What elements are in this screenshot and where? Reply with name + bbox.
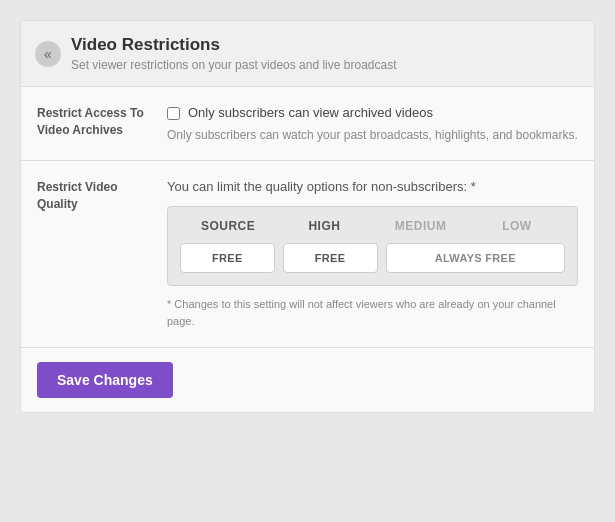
restrict-access-content: Only subscribers can view archived video… [167,105,578,142]
back-icon: « [44,46,52,62]
quality-header-high: HIGH [276,219,372,233]
restrict-quality-section: Restrict Video Quality You can limit the… [21,161,594,348]
restrict-quality-label: Restrict Video Quality [37,179,167,329]
high-free-button[interactable]: FREE [283,243,378,273]
quality-note: * Changes to this setting will not affec… [167,296,578,329]
panel-title: Video Restrictions [71,35,578,55]
restrict-access-section: Restrict Access To Video Archives Only s… [21,87,594,161]
restrict-access-label: Restrict Access To Video Archives [37,105,167,142]
checkbox-row: Only subscribers can view archived video… [167,105,578,120]
restrict-quality-content: You can limit the quality options for no… [167,179,578,329]
subscribers-only-checkbox[interactable] [167,107,180,120]
access-description: Only subscribers can watch your past bro… [167,128,578,142]
quality-buttons-row: FREE FREE ALWAYS FREE [180,243,565,273]
video-restrictions-panel: « Video Restrictions Set viewer restrict… [20,20,595,413]
quality-headers: SOURCE HIGH MEDIUM LOW [180,219,565,233]
checkbox-label: Only subscribers can view archived video… [188,105,433,120]
save-changes-button[interactable]: Save Changes [37,362,173,398]
quality-header-medium: MEDIUM [373,219,469,233]
panel-header: « Video Restrictions Set viewer restrict… [21,21,594,87]
quality-description: You can limit the quality options for no… [167,179,578,194]
source-free-button[interactable]: FREE [180,243,275,273]
back-button[interactable]: « [35,41,61,67]
medium-low-always-free-button[interactable]: ALWAYS FREE [386,243,566,273]
panel-footer: Save Changes [21,348,594,412]
quality-header-source: SOURCE [180,219,276,233]
quality-grid: SOURCE HIGH MEDIUM LOW FREE FREE ALWAYS … [167,206,578,286]
panel-subtitle: Set viewer restrictions on your past vid… [71,58,578,72]
quality-header-low: LOW [469,219,565,233]
